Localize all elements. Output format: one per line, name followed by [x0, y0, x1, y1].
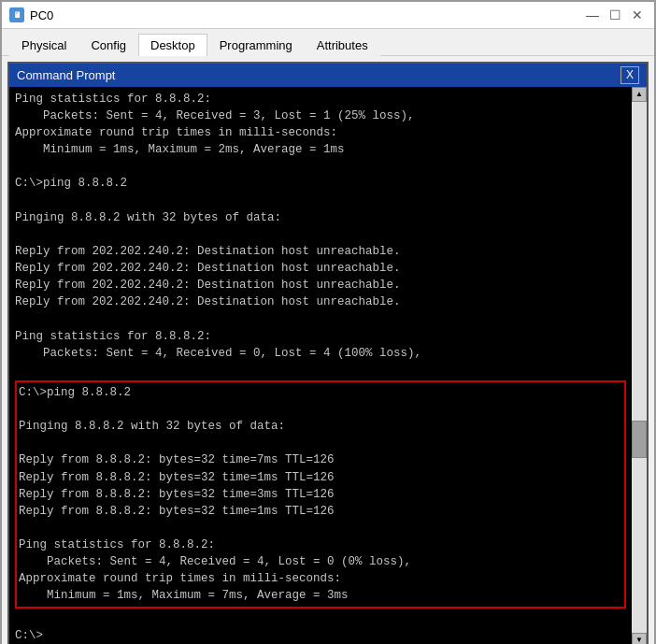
maximize-button[interactable]: ☐ — [606, 6, 624, 24]
cmd-close-button[interactable]: X — [620, 66, 639, 84]
blank-line — [19, 520, 622, 537]
terminal-line: Reply from 8.8.8.2: bytes=32 time=7ms TT… — [19, 451, 622, 468]
blank-line — [15, 226, 626, 243]
terminal-line: Minimum = 1ms, Maximum = 7ms, Average = … — [19, 587, 622, 604]
terminal-line: Reply from 8.8.8.2: bytes=32 time=1ms TT… — [19, 503, 622, 520]
terminal-line: Reply from 8.8.8.2: bytes=32 time=1ms TT… — [19, 469, 622, 486]
title-bar: 🖥 PC0 — ☐ ✕ — [2, 2, 654, 29]
command-prompt-window: Command Prompt X Ping statistics for 8.8… — [7, 62, 649, 644]
blank-line — [15, 362, 626, 379]
scrollbar-thumb[interactable] — [632, 421, 647, 458]
tab-attributes[interactable]: Attributes — [305, 34, 380, 56]
terminal-line: C:\>ping 8.8.8.2 — [19, 384, 622, 401]
prompt-line: C:\> — [15, 627, 626, 644]
scroll-up-arrow[interactable]: ▲ — [632, 87, 647, 102]
terminal-line: Ping statistics for 8.8.8.2: — [15, 328, 626, 345]
terminal-line: Packets: Sent = 4, Received = 0, Lost = … — [15, 345, 626, 362]
cmd-title: Command Prompt — [17, 68, 115, 82]
blank-line — [19, 435, 622, 451]
tab-config[interactable]: Config — [78, 34, 138, 56]
window-icon: 🖥 — [9, 7, 24, 22]
terminal-line: Reply from 202.202.240.2: Destination ho… — [15, 260, 626, 277]
content-area: Command Prompt X Ping statistics for 8.8… — [2, 56, 654, 644]
blank-line — [15, 158, 626, 175]
tab-physical[interactable]: Physical — [9, 34, 78, 56]
close-button[interactable]: ✕ — [628, 6, 647, 24]
tab-desktop[interactable]: Desktop — [138, 34, 207, 56]
terminal-line: Approximate round trip times in milli-se… — [15, 124, 626, 141]
terminal-line: Packets: Sent = 4, Received = 3, Lost = … — [15, 107, 626, 124]
scrollbar[interactable]: ▲ ▼ — [632, 87, 647, 644]
terminal-line: Reply from 202.202.240.2: Destination ho… — [15, 277, 626, 293]
terminal-line: Reply from 8.8.8.2: bytes=32 time=3ms TT… — [19, 486, 622, 503]
terminal-line: Ping statistics for 8.8.8.2: — [15, 91, 626, 107]
terminal-line: Pinging 8.8.8.2 with 32 bytes of data: — [19, 418, 622, 435]
cmd-titlebar: Command Prompt X — [9, 64, 647, 87]
terminal-line: Approximate round trip times in milli-se… — [19, 570, 622, 587]
terminal-line: Minimum = 1ms, Maximum = 2ms, Average = … — [15, 141, 626, 158]
highlighted-block: C:\>ping 8.8.8.2 Pinging 8.8.8.2 with 32… — [15, 380, 626, 608]
terminal-line: Reply from 202.202.240.2: Destination ho… — [15, 293, 626, 310]
scrollbar-track[interactable] — [632, 102, 647, 633]
tab-bar: Physical Config Desktop Programming Attr… — [2, 29, 654, 56]
cmd-body[interactable]: Ping statistics for 8.8.8.2: Packets: Se… — [9, 87, 632, 644]
terminal-line: Pinging 8.8.8.2 with 32 bytes of data: — [15, 209, 626, 226]
main-window: 🖥 PC0 — ☐ ✕ Physical Config Desktop Prog… — [0, 0, 656, 644]
scroll-down-arrow[interactable]: ▼ — [632, 633, 647, 644]
blank-line — [19, 401, 622, 418]
tab-programming[interactable]: Programming — [207, 34, 305, 56]
blank-line — [15, 310, 626, 327]
cmd-body-wrapper: Ping statistics for 8.8.8.2: Packets: Se… — [9, 87, 647, 644]
window-controls: — ☐ ✕ — [583, 6, 647, 24]
terminal-line: Ping statistics for 8.8.8.2: — [19, 537, 622, 553]
window-title: PC0 — [30, 8, 578, 22]
terminal-line: Packets: Sent = 4, Received = 4, Lost = … — [19, 553, 622, 570]
terminal-line: Reply from 202.202.240.2: Destination ho… — [15, 243, 626, 260]
terminal-line: C:\>ping 8.8.8.2 — [15, 175, 626, 192]
minimize-button[interactable]: — — [583, 6, 602, 24]
blank-line — [15, 193, 626, 209]
blank-line — [15, 610, 626, 627]
